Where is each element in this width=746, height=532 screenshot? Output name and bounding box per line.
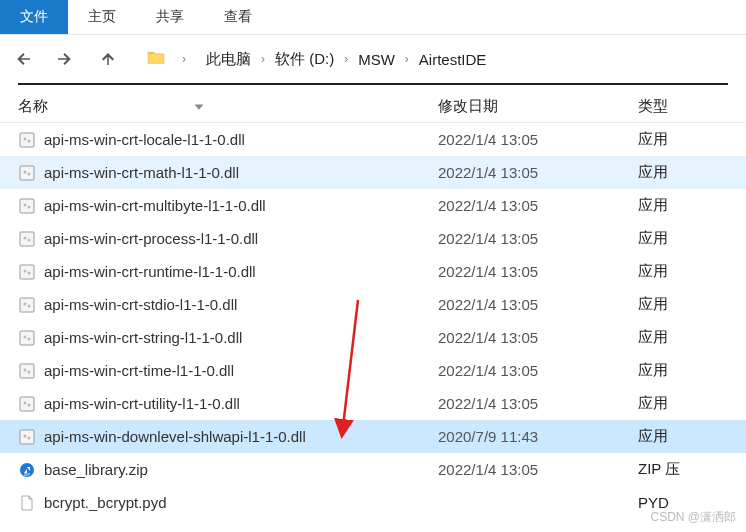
tab-view[interactable]: 查看	[204, 0, 272, 34]
file-name: api-ms-win-downlevel-shlwapi-l1-1-0.dll	[44, 428, 306, 445]
breadcrumb-item-3[interactable]: AirtestIDE	[415, 49, 491, 70]
svg-point-10	[24, 236, 27, 239]
file-row[interactable]: api-ms-win-crt-multibyte-l1-1-0.dll2022/…	[0, 189, 746, 222]
file-type: 应用	[638, 394, 728, 413]
file-row[interactable]: api-ms-win-downlevel-shlwapi-l1-1-0.dll2…	[0, 420, 746, 453]
column-header-type[interactable]: 类型	[638, 97, 728, 116]
folder-path-icon	[146, 49, 166, 69]
svg-rect-24	[20, 397, 34, 411]
arrow-up-icon	[99, 50, 117, 68]
svg-point-20	[28, 337, 31, 340]
tab-file[interactable]: 文件	[0, 0, 68, 34]
svg-point-16	[24, 302, 27, 305]
zip-file-icon: ZIP	[18, 461, 36, 479]
tab-home[interactable]: 主页	[68, 0, 136, 34]
file-type: 应用	[638, 262, 728, 281]
svg-rect-3	[20, 166, 34, 180]
file-date: 2022/1/4 13:05	[438, 263, 638, 280]
file-type: ZIP 压	[638, 460, 728, 479]
file-row[interactable]: api-ms-win-crt-utility-l1-1-0.dll2022/1/…	[0, 387, 746, 420]
chevron-right-icon: ›	[344, 52, 348, 66]
file-row[interactable]: api-ms-win-crt-time-l1-1-0.dll2022/1/4 1…	[0, 354, 746, 387]
chevron-right-icon: ›	[261, 52, 265, 66]
breadcrumb-item-0[interactable]: 此电脑	[202, 48, 255, 71]
dll-file-icon	[18, 428, 36, 446]
file-row[interactable]: api-ms-win-crt-process-l1-1-0.dll2022/1/…	[0, 222, 746, 255]
svg-rect-6	[20, 199, 34, 213]
up-button[interactable]	[96, 47, 120, 71]
svg-text:ZIP: ZIP	[24, 472, 31, 477]
file-type: 应用	[638, 295, 728, 314]
breadcrumb-item-2[interactable]: MSW	[354, 49, 399, 70]
svg-rect-15	[20, 298, 34, 312]
file-name: api-ms-win-crt-time-l1-1-0.dll	[44, 362, 234, 379]
file-name: api-ms-win-crt-locale-l1-1-0.dll	[44, 131, 245, 148]
folder-icon	[146, 49, 166, 65]
file-row[interactable]: api-ms-win-crt-math-l1-1-0.dll2022/1/4 1…	[0, 156, 746, 189]
svg-point-29	[28, 436, 31, 439]
file-date: 2022/1/4 13:05	[438, 131, 638, 148]
svg-point-1	[24, 137, 27, 140]
svg-point-26	[28, 403, 31, 406]
file-date: 2022/1/4 13:05	[438, 329, 638, 346]
svg-point-25	[24, 401, 27, 404]
file-date: 2022/1/4 13:05	[438, 230, 638, 247]
file-name: base_library.zip	[44, 461, 148, 478]
file-row[interactable]: api-ms-win-crt-stdio-l1-1-0.dll2022/1/4 …	[0, 288, 746, 321]
arrow-left-icon	[15, 50, 33, 68]
column-headers: 名称 修改日期 类型	[0, 91, 746, 123]
file-date: 2022/1/4 13:05	[438, 296, 638, 313]
dll-file-icon	[18, 362, 36, 380]
svg-point-17	[28, 304, 31, 307]
forward-button[interactable]	[52, 47, 76, 71]
svg-rect-18	[20, 331, 34, 345]
file-name: api-ms-win-crt-multibyte-l1-1-0.dll	[44, 197, 266, 214]
file-name: api-ms-win-crt-string-l1-1-0.dll	[44, 329, 242, 346]
svg-rect-21	[20, 364, 34, 378]
file-row[interactable]: bcrypt._bcrypt.pydPYD	[0, 486, 746, 519]
back-button[interactable]	[12, 47, 36, 71]
svg-point-14	[28, 271, 31, 274]
svg-point-22	[24, 368, 27, 371]
separator	[18, 83, 728, 85]
svg-point-28	[24, 434, 27, 437]
file-date: 2022/1/4 13:05	[438, 197, 638, 214]
file-type: 应用	[638, 229, 728, 248]
dll-file-icon	[18, 131, 36, 149]
dll-file-icon	[18, 230, 36, 248]
dll-file-icon	[18, 329, 36, 347]
svg-rect-12	[20, 265, 34, 279]
svg-point-13	[24, 269, 27, 272]
file-name: api-ms-win-crt-process-l1-1-0.dll	[44, 230, 258, 247]
file-row[interactable]: api-ms-win-crt-runtime-l1-1-0.dll2022/1/…	[0, 255, 746, 288]
file-name: bcrypt._bcrypt.pyd	[44, 494, 167, 511]
svg-point-23	[28, 370, 31, 373]
file-type: 应用	[638, 163, 728, 182]
ribbon-tabs: 文件 主页 共享 查看	[0, 0, 746, 35]
pyd-file-icon	[18, 494, 36, 512]
svg-rect-27	[20, 430, 34, 444]
file-type: 应用	[638, 361, 728, 380]
svg-point-8	[28, 205, 31, 208]
file-type: 应用	[638, 328, 728, 347]
file-name: api-ms-win-crt-runtime-l1-1-0.dll	[44, 263, 256, 280]
chevron-right-icon: ›	[405, 52, 409, 66]
file-date: 2022/1/4 13:05	[438, 395, 638, 412]
file-row[interactable]: ZIPbase_library.zip2022/1/4 13:05ZIP 压	[0, 453, 746, 486]
svg-rect-0	[20, 133, 34, 147]
file-row[interactable]: api-ms-win-crt-string-l1-1-0.dll2022/1/4…	[0, 321, 746, 354]
caret-down-icon	[192, 100, 206, 114]
column-header-name[interactable]: 名称	[18, 97, 438, 116]
breadcrumb-item-1[interactable]: 软件 (D:)	[271, 48, 338, 71]
svg-point-4	[24, 170, 27, 173]
column-header-date[interactable]: 修改日期	[438, 97, 638, 116]
file-row[interactable]: api-ms-win-crt-locale-l1-1-0.dll2022/1/4…	[0, 123, 746, 156]
tab-share[interactable]: 共享	[136, 0, 204, 34]
svg-point-11	[28, 238, 31, 241]
watermark: CSDN @潇洒郎	[650, 509, 736, 526]
svg-rect-9	[20, 232, 34, 246]
svg-point-5	[28, 172, 31, 175]
file-date: 2020/7/9 11:43	[438, 428, 638, 445]
dll-file-icon	[18, 395, 36, 413]
svg-point-2	[28, 139, 31, 142]
